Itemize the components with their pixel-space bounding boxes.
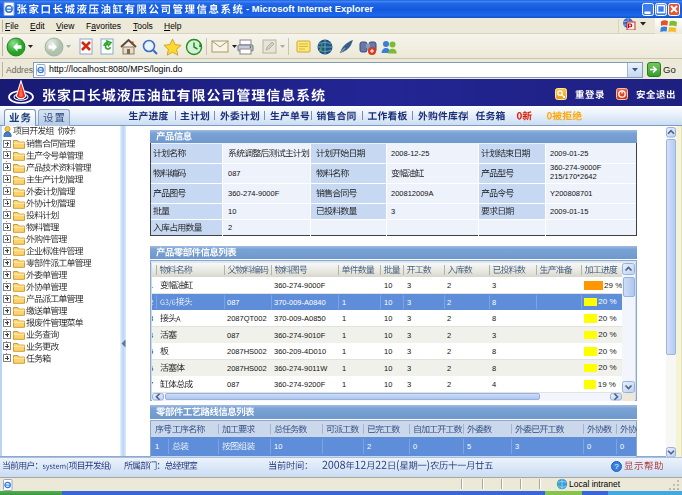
svg-text:?: ? (614, 462, 619, 471)
